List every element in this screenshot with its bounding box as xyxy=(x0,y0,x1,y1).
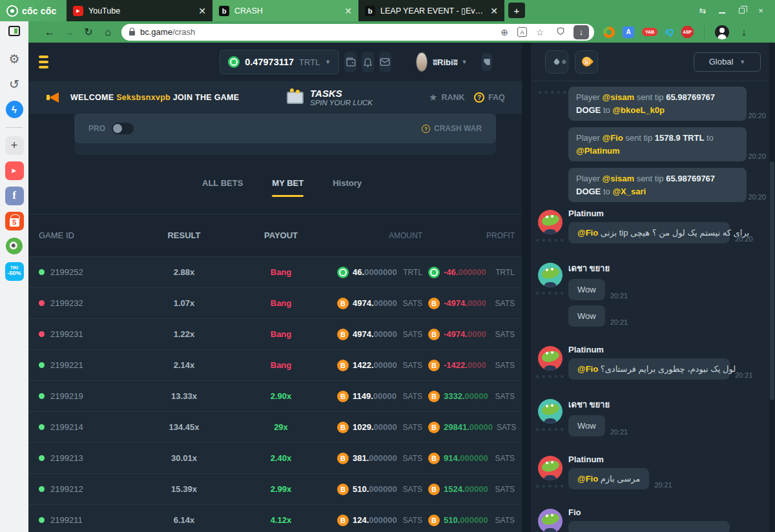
tasks-entry[interactable]: TASKS SPIN YOUR LUCK xyxy=(287,88,373,107)
faq-entry[interactable]: ? FAQ xyxy=(474,92,505,103)
bets-tab-my-bet[interactable]: MY BET xyxy=(272,178,304,197)
amount-trailing-zeros: 000000 xyxy=(369,484,397,494)
tab-close-icon[interactable]: ✕ xyxy=(489,6,499,16)
mention-link[interactable]: @sisam xyxy=(602,174,634,183)
chat-user-name[interactable]: Platinum xyxy=(568,209,770,218)
user-avatar[interactable] xyxy=(538,263,563,287)
notifications-bell-button[interactable] xyxy=(362,52,374,72)
coccoc-newtab-icon[interactable] xyxy=(5,236,24,256)
user-avatar[interactable] xyxy=(416,52,428,72)
profile-avatar[interactable] xyxy=(715,25,729,39)
chat-message: ★★★★★Platinum@Fio فرستادی؟ برایم چطوری ن… xyxy=(531,345,770,380)
close-button[interactable]: × xyxy=(756,6,766,16)
iq-extension-icon[interactable]: IQ xyxy=(665,28,674,37)
avatar-column: ★★★★★ xyxy=(536,210,564,243)
add-shortcut-button[interactable]: + xyxy=(5,136,24,155)
scrollbar-thumb[interactable] xyxy=(770,161,774,400)
settings-gear-icon[interactable]: ⚙ xyxy=(5,49,24,68)
facebook-shortcut-icon[interactable]: f xyxy=(5,186,24,205)
chat-messages[interactable]: ★★★★★Player @sisam sent tip 65.98769767 … xyxy=(531,82,770,532)
user-name[interactable]: ʬRibiʬ xyxy=(433,57,457,67)
chat-user-name[interactable]: Platinum xyxy=(568,455,770,464)
pin-tabs-icon[interactable]: ⇆ xyxy=(698,6,708,16)
adblock-extension-icon[interactable]: ABP xyxy=(681,26,694,38)
user-avatar[interactable] xyxy=(538,509,563,532)
minimize-button[interactable] xyxy=(717,6,727,16)
bets-tab-all-bets[interactable]: ALL BETS xyxy=(202,178,243,197)
downloads-icon[interactable]: ↓ xyxy=(737,26,751,38)
zoom-page-icon[interactable]: ⊕ xyxy=(497,27,512,37)
user-avatar[interactable] xyxy=(538,399,563,424)
bookmark-star-icon[interactable]: ☆ xyxy=(532,27,548,37)
youtube-shortcut-icon[interactable] xyxy=(5,161,24,180)
shopee-shortcut-icon[interactable]: S xyxy=(5,211,24,230)
balance-selector[interactable]: 0.47973117 TRTL ▼ xyxy=(220,50,339,74)
result-cell: 1.07x xyxy=(136,298,232,308)
chat-channel-select[interactable]: Global ▼ xyxy=(694,52,761,72)
chat-tip: ★★★★★Player @sisam sent tip 65.98769767 … xyxy=(531,87,747,121)
translate-extension-icon[interactable]: A xyxy=(623,26,634,38)
game-id[interactable]: 2199213 xyxy=(50,453,83,463)
mention-link[interactable]: @Platinum xyxy=(576,146,620,156)
new-tab-button[interactable]: + xyxy=(508,3,525,18)
wallet-button[interactable] xyxy=(344,52,356,72)
restore-button[interactable] xyxy=(736,6,747,16)
result-cell: 2.88x xyxy=(136,267,232,277)
crash-war-link[interactable]: ? CRASH WAR xyxy=(422,124,482,133)
address-bar[interactable]: bc.game/crash ⊕ A ☆ ↓ xyxy=(121,24,594,41)
pro-label: PRO xyxy=(88,124,105,133)
browser-tab[interactable]: YouTube✕ xyxy=(67,0,212,21)
yab-extension-icon[interactable]: YAB xyxy=(642,28,657,36)
mention-link[interactable]: @bkoeL_k0p xyxy=(612,105,665,115)
translate-page-icon[interactable]: A xyxy=(517,27,527,37)
game-id[interactable]: 2199232 xyxy=(50,298,83,308)
user-avatar[interactable] xyxy=(538,346,563,371)
messenger-icon[interactable]: ϟ xyxy=(5,99,24,119)
tab-close-icon[interactable]: ✕ xyxy=(343,6,353,16)
bets-tab-history[interactable]: History xyxy=(333,178,362,197)
pro-toggle[interactable] xyxy=(112,123,134,134)
game-id[interactable]: 2199252 xyxy=(50,267,83,277)
game-id[interactable]: 2199211 xyxy=(50,515,83,525)
game-id[interactable]: 2199214 xyxy=(50,422,83,432)
game-id[interactable]: 2199212 xyxy=(50,484,83,494)
history-icon[interactable]: ↺ xyxy=(5,74,24,94)
chat-user-name[interactable]: เดชา ขยาย xyxy=(568,398,770,411)
sidebar-toggle-icon[interactable] xyxy=(8,26,20,36)
lock-icon[interactable] xyxy=(129,31,135,36)
chat-user-name[interactable]: Platinum xyxy=(568,345,770,354)
game-id[interactable]: 2199231 xyxy=(50,329,83,339)
download-page-button[interactable]: ↓ xyxy=(574,25,589,39)
chat-toggle-button[interactable] xyxy=(482,53,492,71)
mention-link[interactable]: @Fio xyxy=(577,364,598,374)
mention-link[interactable]: @X_sari xyxy=(612,187,646,196)
mention-link[interactable]: @Fio xyxy=(577,474,598,484)
rain-button[interactable] xyxy=(545,50,568,74)
chat-message: ★★★★★เดชา ขยายWow20:21Wow20:21 xyxy=(531,261,770,327)
mention-link[interactable]: @Fio xyxy=(577,228,598,238)
forward-icon[interactable]: → xyxy=(59,26,79,38)
home-icon[interactable]: ⌂ xyxy=(98,26,118,38)
tiki-shortcut-icon[interactable]: TIKI-50% xyxy=(5,261,24,281)
page-scrollbar[interactable] xyxy=(769,43,775,532)
mail-button[interactable] xyxy=(379,52,391,72)
tab-close-icon[interactable]: ✕ xyxy=(197,6,207,16)
coin-drop-button[interactable]: B xyxy=(575,50,598,74)
chat-user-name[interactable]: Fio xyxy=(568,507,770,517)
coccoc-extension-icon[interactable] xyxy=(603,26,615,38)
back-icon[interactable]: ← xyxy=(40,26,59,38)
menu-hamburger-icon[interactable] xyxy=(39,56,48,68)
browser-tab[interactable]: LEAP YEAR EVENT - ▯Event - ✕ xyxy=(358,0,504,21)
rank-entry[interactable]: ★ RANK xyxy=(429,92,465,103)
user-avatar[interactable] xyxy=(538,456,563,480)
mention-link[interactable]: @sisam xyxy=(602,92,634,102)
game-id[interactable]: 2199219 xyxy=(50,391,83,401)
chat-user-name[interactable]: เดชา ขยาย xyxy=(568,261,770,275)
shield-icon[interactable] xyxy=(553,26,568,37)
user-avatar[interactable] xyxy=(538,210,563,234)
reload-icon[interactable]: ↻ xyxy=(79,26,98,38)
mention-link[interactable]: @Fio xyxy=(602,133,623,143)
browser-tab[interactable]: CRASH✕ xyxy=(212,0,358,21)
chevron-down-icon[interactable]: ▼ xyxy=(462,59,468,65)
game-id[interactable]: 2199221 xyxy=(50,360,83,370)
